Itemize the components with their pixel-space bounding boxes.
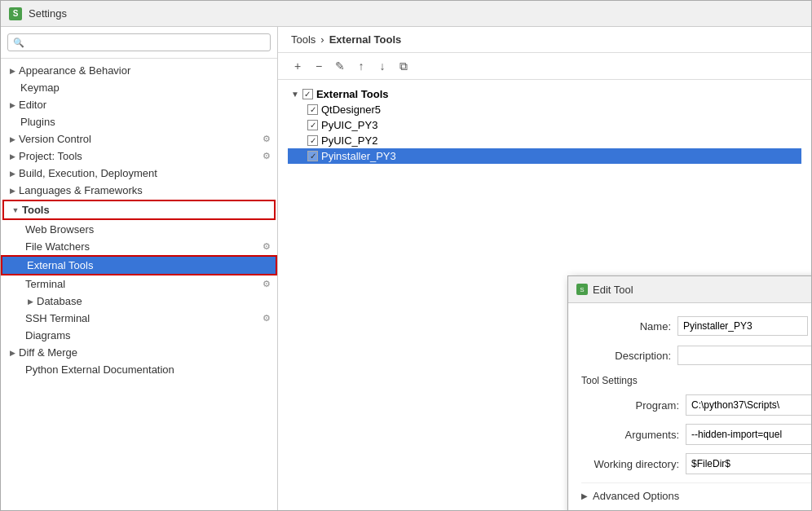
sidebar-item-label: Python External Documentation: [25, 363, 271, 376]
sidebar-item-label: External Tools: [27, 259, 269, 271]
sidebar-item-web-browsers[interactable]: Web Browsers: [1, 221, 277, 238]
move-up-button[interactable]: ↑: [351, 56, 371, 76]
modal-title-text: Edit Tool: [593, 284, 633, 296]
sidebar-item-keymap[interactable]: Keymap: [1, 79, 277, 96]
arguments-row: Arguments: ⤢ Insert Macro...: [581, 424, 811, 445]
program-input-wrapper: 📁: [686, 394, 811, 416]
arguments-input[interactable]: [686, 425, 811, 443]
advanced-options-label: Advanced Options: [593, 490, 679, 502]
description-row: Description:: [581, 346, 811, 365]
tree-node-pyuic-py2[interactable]: PyUIC_PY2: [288, 133, 801, 148]
modal-icon: S: [576, 284, 588, 295]
sidebar-item-project-tools[interactable]: ▶ Project: Tools ⚙: [1, 148, 277, 165]
left-panel: 🔍 ▶ Appearance & Behavior Keymap ▶ Edit: [1, 27, 278, 510]
sidebar-item-label: Database: [37, 295, 271, 307]
add-button[interactable]: +: [288, 56, 307, 76]
description-label: Description:: [581, 350, 671, 362]
sidebar-item-label: File Watchers: [25, 240, 263, 253]
sidebar-item-tools[interactable]: ▼ Tools: [2, 200, 276, 220]
working-dir-input[interactable]: [686, 455, 811, 473]
sidebar-item-file-watchers[interactable]: File Watchers ⚙: [1, 238, 277, 255]
move-down-button[interactable]: ↓: [373, 56, 392, 76]
config-icon: ⚙: [263, 313, 271, 324]
tree-node-qtdesigner5[interactable]: QtDesigner5: [288, 102, 801, 117]
name-label: Name:: [581, 320, 671, 333]
sidebar-item-label: SSH Terminal: [25, 312, 263, 324]
remove-button[interactable]: −: [309, 56, 329, 76]
sidebar-item-appearance[interactable]: ▶ Appearance & Behavior: [1, 62, 277, 79]
sidebar-item-diagrams[interactable]: Diagrams: [1, 327, 277, 344]
config-icon: ⚙: [263, 151, 271, 161]
checkbox-pyuic-py2[interactable]: [307, 135, 318, 146]
sidebar-item-label: Plugins: [20, 116, 271, 128]
description-input[interactable]: [677, 346, 811, 365]
sidebar-item-label: Languages & Frameworks: [19, 184, 271, 196]
sidebar-item-build[interactable]: ▶ Build, Execution, Deployment: [1, 165, 277, 182]
expand-icon: ▶: [7, 152, 17, 161]
advanced-expand-icon: ▶: [581, 491, 588, 500]
working-dir-input-wrapper: 📁: [686, 453, 811, 474]
arguments-label: Arguments:: [581, 429, 679, 441]
sidebar-item-label: Web Browsers: [25, 223, 271, 236]
name-group-row: Name: Group: External Tools ▼: [581, 316, 811, 336]
program-input[interactable]: [686, 396, 811, 414]
sidebar-item-external-tools[interactable]: External Tools: [1, 255, 277, 275]
title-bar: S Settings: [1, 1, 811, 27]
sidebar-item-python-ext-doc[interactable]: Python External Documentation: [1, 361, 277, 378]
sidebar-item-label: Version Control: [19, 133, 263, 145]
sidebar-item-label: Build, Execution, Deployment: [19, 167, 271, 179]
window-title: Settings: [29, 7, 67, 20]
tools-tree: ▼ External Tools QtDesigner5 PyUIC_PY3: [278, 80, 811, 170]
search-input[interactable]: [28, 37, 265, 48]
config-icon: ⚙: [263, 279, 271, 289]
tree-node-external-tools[interactable]: ▼ External Tools: [288, 86, 801, 102]
node-label: External Tools: [316, 88, 389, 100]
program-label: Program:: [581, 399, 679, 412]
checkbox-pyuic-py3[interactable]: [307, 120, 318, 130]
sidebar-item-label: Tools: [22, 204, 267, 216]
checkbox-pyinstaller-py3[interactable]: [307, 151, 318, 161]
search-wrapper[interactable]: 🔍: [7, 33, 271, 51]
sidebar-item-label: Diagrams: [25, 329, 271, 341]
main-content: 🔍 ▶ Appearance & Behavior Keymap ▶ Edit: [1, 27, 811, 510]
sidebar-item-label: Keymap: [20, 81, 271, 94]
sidebar-item-label: Terminal: [25, 278, 263, 290]
copy-button[interactable]: ⧉: [394, 56, 413, 76]
sidebar-item-plugins[interactable]: Plugins: [1, 113, 277, 130]
modal-title: S Edit Tool: [576, 284, 633, 296]
app-icon: S: [9, 7, 22, 20]
arguments-input-wrapper: ⤢: [686, 424, 811, 445]
breadcrumb: Tools › External Tools: [278, 27, 811, 53]
tree-node-pyinstaller-py3[interactable]: Pyinstaller_PY3: [288, 148, 801, 164]
checkbox-external-tools[interactable]: [302, 89, 313, 99]
sidebar-item-editor[interactable]: ▶ Editor: [1, 96, 277, 113]
checkbox-qtdesigner5[interactable]: [307, 104, 318, 115]
sidebar-item-version-control[interactable]: ▶ Version Control ⚙: [1, 130, 277, 148]
sidebar-item-languages[interactable]: ▶ Languages & Frameworks: [1, 182, 277, 199]
settings-window: S Settings 🔍 ▶ Appearance & Behavior Key: [0, 0, 812, 511]
working-dir-row: Working directory: 📁 Insert Macro...: [581, 453, 811, 474]
expand-icon: ▶: [7, 348, 17, 358]
sidebar-item-diff-merge[interactable]: ▶ Diff & Merge: [1, 344, 277, 361]
expand-icon: ▼: [11, 205, 20, 215]
sidebar-item-ssh-terminal[interactable]: SSH Terminal ⚙: [1, 310, 277, 327]
expand-icon: ▶: [7, 66, 17, 76]
search-icon: 🔍: [13, 37, 24, 48]
edit-button[interactable]: ✎: [330, 56, 350, 76]
sidebar-tree: ▶ Appearance & Behavior Keymap ▶ Editor …: [1, 59, 277, 510]
expand-icon: ▶: [7, 186, 17, 196]
node-label: PyUIC_PY2: [321, 134, 377, 147]
sidebar-item-database[interactable]: ▶ Database: [1, 293, 277, 310]
sidebar-item-terminal[interactable]: Terminal ⚙: [1, 275, 277, 293]
expand-icon: ▶: [7, 100, 17, 110]
tool-settings-header: Tool Settings: [581, 375, 811, 386]
sidebar-item-label: Editor: [19, 99, 271, 111]
tree-node-pyuic-py3[interactable]: PyUIC_PY3: [288, 117, 801, 133]
name-input[interactable]: [677, 316, 808, 336]
sidebar-item-label: Appearance & Behavior: [19, 64, 271, 77]
right-panel: Tools › External Tools + − ✎ ↑ ↓ ⧉ ▼: [278, 27, 811, 510]
working-dir-label: Working directory:: [581, 458, 679, 470]
advanced-options-section[interactable]: ▶ Advanced Options: [581, 482, 811, 505]
breadcrumb-separator: ›: [320, 33, 324, 46]
config-icon: ⚙: [263, 134, 271, 144]
